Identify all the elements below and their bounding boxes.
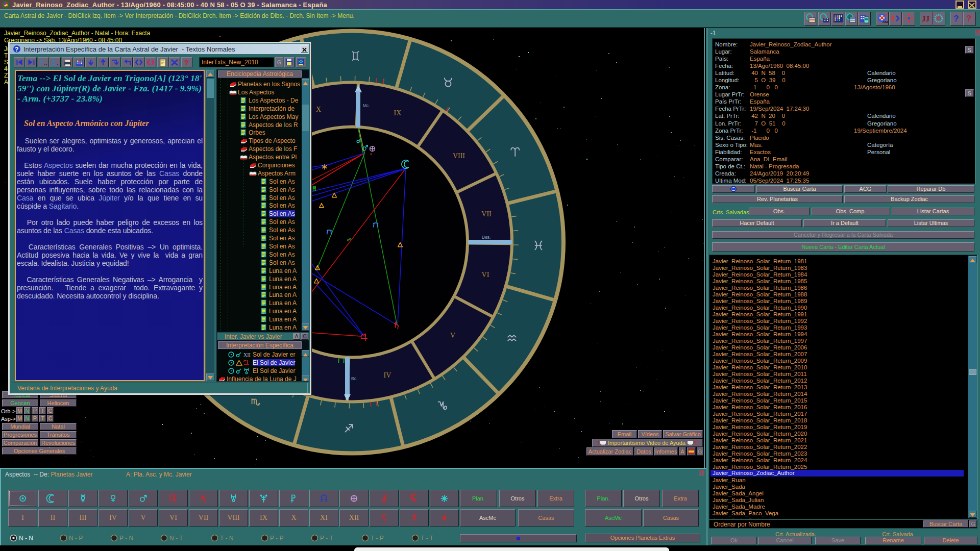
- svg-text:?: ?: [953, 14, 959, 23]
- svg-text:XII: XII: [243, 352, 251, 358]
- svg-text:ASP: ASP: [883, 20, 888, 23]
- svg-text:Mc.: Mc.: [363, 103, 370, 108]
- svg-text:VII: VII: [481, 210, 492, 218]
- svg-text:VIII: VIII: [453, 152, 465, 160]
- svg-text:?: ?: [966, 14, 971, 23]
- svg-text:IV: IV: [384, 371, 391, 379]
- svg-text:V: V: [450, 332, 455, 339]
- svg-text:?: ?: [184, 59, 189, 67]
- svg-text:Bc.: Bc.: [351, 376, 357, 381]
- svg-text:X: X: [316, 106, 321, 113]
- svg-text:IX: IX: [394, 109, 402, 117]
- svg-text:VI: VI: [482, 271, 489, 279]
- svg-text:?: ?: [15, 46, 18, 53]
- svg-text:Des.: Des.: [482, 235, 491, 240]
- svg-text:JJ: JJ: [922, 15, 930, 23]
